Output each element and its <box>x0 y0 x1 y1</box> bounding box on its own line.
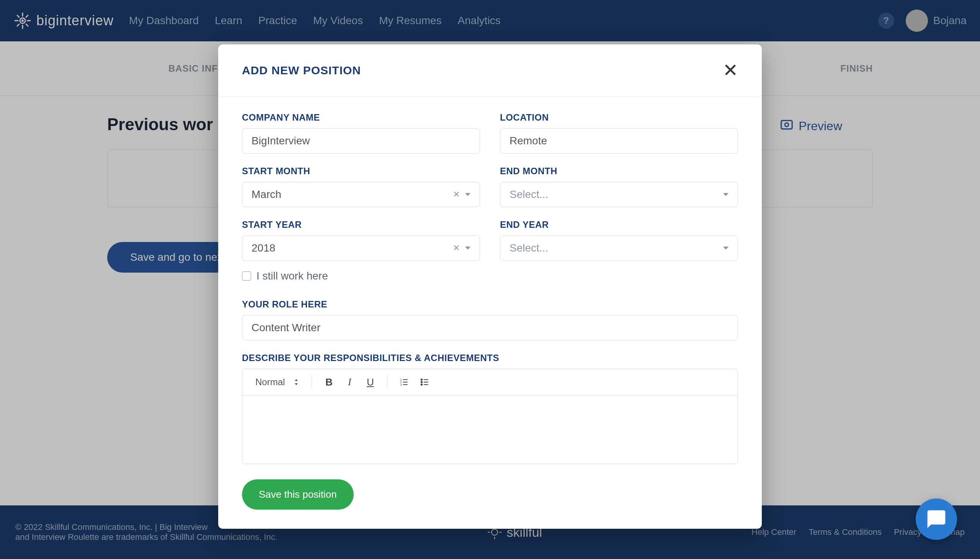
end-year-value: Select... <box>509 242 548 254</box>
end-year-select[interactable]: Select... <box>500 235 738 261</box>
start-month-value: March <box>251 189 281 201</box>
editor-textarea[interactable] <box>242 395 738 464</box>
end-month-label: END MONTH <box>500 166 738 177</box>
company-name-input[interactable] <box>242 128 480 154</box>
ordered-list-icon: 1 2 3 <box>399 377 409 387</box>
chevron-down-icon <box>723 193 729 196</box>
svg-point-26 <box>421 379 422 380</box>
ordered-list-button[interactable]: 1 2 3 <box>397 374 412 390</box>
chevron-down-icon <box>465 246 471 250</box>
role-label: YOUR ROLE HERE <box>242 299 738 310</box>
clear-icon[interactable]: ✕ <box>453 190 460 200</box>
bold-button[interactable]: B <box>321 374 337 390</box>
end-month-value: Select... <box>509 189 548 201</box>
format-select[interactable]: Normal <box>251 374 302 390</box>
modal-title: ADD NEW POSITION <box>242 64 361 77</box>
editor-toolbar: Normal B I U 1 <box>242 369 738 395</box>
chat-widget-button[interactable] <box>916 498 957 540</box>
location-input[interactable] <box>500 128 738 154</box>
start-year-value: 2018 <box>251 242 275 254</box>
start-year-label: START YEAR <box>242 219 480 230</box>
svg-point-28 <box>421 384 422 385</box>
end-year-label: END YEAR <box>500 219 738 230</box>
save-position-button[interactable]: Save this position <box>242 480 354 509</box>
still-work-here-label: I still work here <box>256 270 328 282</box>
company-name-label: COMPANY NAME <box>242 112 480 123</box>
underline-button[interactable]: U <box>362 374 378 390</box>
still-work-here-checkbox[interactable] <box>242 271 251 281</box>
svg-text:3: 3 <box>400 383 402 386</box>
chevron-down-icon <box>465 193 471 196</box>
svg-point-27 <box>421 381 422 382</box>
italic-button[interactable]: I <box>342 374 357 390</box>
format-value: Normal <box>255 377 285 387</box>
start-month-label: START MONTH <box>242 166 480 177</box>
select-arrows-icon <box>294 379 299 385</box>
chat-icon <box>925 508 947 530</box>
chevron-down-icon <box>723 246 729 250</box>
role-input[interactable] <box>242 315 738 341</box>
add-position-modal: ADD NEW POSITION ✕ COMPANY NAME LOCATION… <box>218 45 762 529</box>
start-month-select[interactable]: March ✕ <box>242 182 480 207</box>
modal-overlay: ADD NEW POSITION ✕ COMPANY NAME LOCATION… <box>0 0 980 559</box>
end-month-select[interactable]: Select... <box>500 182 738 207</box>
start-year-select[interactable]: 2018 ✕ <box>242 235 480 261</box>
unordered-list-icon <box>420 377 430 387</box>
description-editor: Normal B I U 1 <box>242 369 738 464</box>
clear-icon[interactable]: ✕ <box>453 243 460 253</box>
close-icon[interactable]: ✕ <box>723 61 738 79</box>
unordered-list-button[interactable] <box>417 374 433 390</box>
description-label: DESCRIBE YOUR RESPONSIBILITIES & ACHIEVE… <box>242 352 738 363</box>
location-label: LOCATION <box>500 112 738 123</box>
